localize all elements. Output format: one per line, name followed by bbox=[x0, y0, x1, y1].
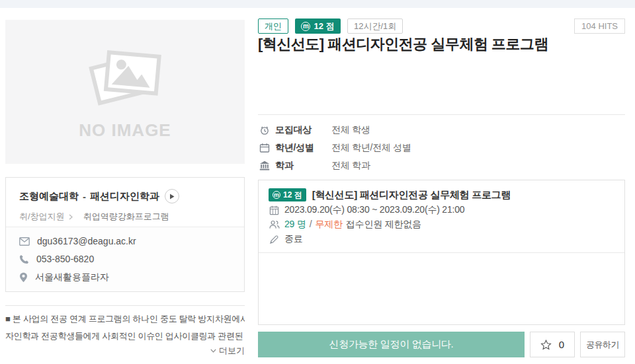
favorite-button[interactable]: 0 bbox=[530, 332, 575, 357]
info-row-grade-gender: 학년/성별 전체 학년/전체 성별 bbox=[258, 139, 625, 157]
schedule-status: 종료 bbox=[284, 233, 303, 245]
college-name: 조형예술대학 bbox=[19, 190, 79, 203]
applicant-count: 29 명 bbox=[284, 219, 306, 231]
share-button[interactable]: 공유하기 bbox=[580, 332, 625, 357]
item-points-badge: m 12 점 bbox=[269, 188, 306, 201]
star-icon bbox=[540, 340, 552, 350]
breadcrumb-subcategory[interactable]: 취업역량강화프로그램 bbox=[83, 211, 169, 223]
schedule-status-row: 종료 bbox=[269, 232, 614, 246]
phone-icon bbox=[19, 254, 29, 264]
no-image-label: NO IMAGE bbox=[79, 120, 171, 141]
program-description: ■ 본 사업의 전공 연계 프로그램의 하나인 중도 탈락 방지차원에서 패션디… bbox=[5, 310, 245, 345]
badge-duration-label: 12시간/1회 bbox=[354, 20, 396, 32]
photo-placeholder-icon bbox=[85, 44, 165, 110]
info-label: 학과 bbox=[275, 160, 331, 172]
hits-label: 104 HITS bbox=[581, 21, 618, 31]
badge-individual: 개인 bbox=[258, 18, 288, 34]
contact-email-row: dgu36173@deagu.ac.kr bbox=[19, 235, 231, 247]
contact-location: 서울새활용플라자 bbox=[35, 272, 109, 283]
location-icon bbox=[19, 272, 28, 283]
description-line-2: 자인학과 전공학생들에게 사회적인 이슈인 업사이클링과 관련된 서울 새… bbox=[5, 328, 245, 345]
calendar-icon bbox=[259, 143, 270, 153]
organization-header: 조형예술대학 - 패션디자인학과 취/창업지원 취업역량강화프로그램 bbox=[6, 178, 244, 227]
item-points-label: 12 점 bbox=[283, 190, 302, 201]
badge-individual-label: 개인 bbox=[265, 20, 282, 32]
schedule-item-title: [혁신선도] 패션디자인전공 실무체험 프로그램 bbox=[312, 189, 511, 201]
program-image-placeholder: NO IMAGE bbox=[5, 20, 245, 164]
badge-points-label: 12 점 bbox=[314, 20, 334, 32]
info-row-target: 모집대상 전체 학생 bbox=[258, 121, 625, 139]
bank-icon bbox=[259, 161, 270, 171]
college-department-separator: - bbox=[83, 191, 86, 202]
people-icon bbox=[269, 220, 280, 229]
schedule-date-range: 2023.09.20(수) 08:30 ~ 2023.09.20(수) 21:0… bbox=[284, 204, 464, 216]
contact-phone-row: 053-850-6820 bbox=[19, 253, 231, 265]
breadcrumb-category[interactable]: 취/창업지원 bbox=[19, 211, 65, 223]
favorite-count: 0 bbox=[559, 339, 564, 350]
info-value: 전체 학년/전체 성별 bbox=[331, 142, 411, 154]
description-divider bbox=[5, 305, 245, 306]
mail-icon bbox=[19, 237, 30, 246]
show-more-label: 더보기 bbox=[219, 345, 245, 357]
info-label: 모집대상 bbox=[275, 124, 331, 136]
top-strip bbox=[0, 0, 635, 8]
program-info-list: 모집대상 전체 학생 학년/성별 전체 학년/전체 성별 bbox=[258, 121, 625, 174]
badge-duration: 12시간/1회 bbox=[347, 18, 403, 34]
capacity-limit: 무제한 bbox=[315, 219, 342, 231]
contact-email: dgu36173@deagu.ac.kr bbox=[37, 236, 136, 246]
apply-unavailable-button[interactable]: 신청가능한 일정이 없습니다. bbox=[258, 332, 525, 357]
info-value: 전체 학생 bbox=[331, 124, 370, 136]
calendar-date-icon bbox=[269, 205, 279, 215]
description-line-1: ■ 본 사업의 전공 연계 프로그램의 하나인 중도 탈락 방지차원에서 패션디 bbox=[5, 310, 245, 328]
program-title: [혁신선도] 패션디자인전공 실무체험 프로그램 bbox=[258, 34, 625, 54]
apply-unavailable-label: 신청가능한 일정이 없습니다. bbox=[329, 338, 453, 351]
expand-departments-button[interactable] bbox=[165, 189, 179, 203]
department-name: 패션디자인학과 bbox=[90, 190, 159, 203]
contact-section: dgu36173@deagu.ac.kr 053-850-6820 서울새활용플… bbox=[6, 227, 244, 291]
contact-phone: 053-850-6820 bbox=[36, 254, 94, 264]
schedule-date-row: 2023.09.20(수) 08:30 ~ 2023.09.20(수) 21:0… bbox=[269, 203, 614, 217]
play-icon bbox=[169, 194, 175, 200]
info-divider bbox=[258, 114, 625, 115]
header-badge-row: 개인 m 12 점 12시간/1회 104 HITS bbox=[258, 18, 625, 34]
share-button-label: 공유하기 bbox=[586, 339, 619, 351]
pen-icon bbox=[269, 235, 279, 244]
schedule-item[interactable]: m 12 점 [혁신선도] 패션디자인전공 실무체험 프로그램 2 bbox=[259, 180, 624, 253]
alarm-clock-icon bbox=[259, 125, 270, 135]
program-detail-page: NO IMAGE 조형예술대학 - 패션디자인학과 취/창업지원 취업역량강화프… bbox=[0, 0, 635, 364]
schedule-capacity-row: 29 명 / 무제한 접수인원 제한없음 bbox=[269, 217, 614, 232]
show-more-link[interactable]: 더보기 bbox=[5, 345, 245, 357]
capacity-note: 접수인원 제한없음 bbox=[346, 219, 421, 231]
hits-badge: 104 HITS bbox=[574, 18, 625, 34]
m-circle-icon: m bbox=[273, 191, 280, 199]
chevron-right-icon bbox=[69, 214, 73, 220]
info-row-department: 학과 전체 학과 bbox=[258, 157, 625, 174]
info-value: 전체 학과 bbox=[331, 160, 370, 172]
schedule-panel: m 12 점 [혁신선도] 패션디자인전공 실무체험 프로그램 2 bbox=[258, 180, 625, 325]
contact-location-row: 서울새활용플라자 bbox=[19, 272, 231, 283]
capacity-separator: / bbox=[310, 219, 312, 231]
organization-card: 조형예술대학 - 패션디자인학과 취/창업지원 취업역량강화프로그램 bbox=[5, 177, 245, 292]
info-label: 학년/성별 bbox=[275, 142, 331, 154]
m-circle-icon: m bbox=[301, 22, 310, 31]
chevron-down-icon bbox=[210, 349, 216, 353]
badge-mileage-points: m 12 점 bbox=[295, 18, 340, 34]
